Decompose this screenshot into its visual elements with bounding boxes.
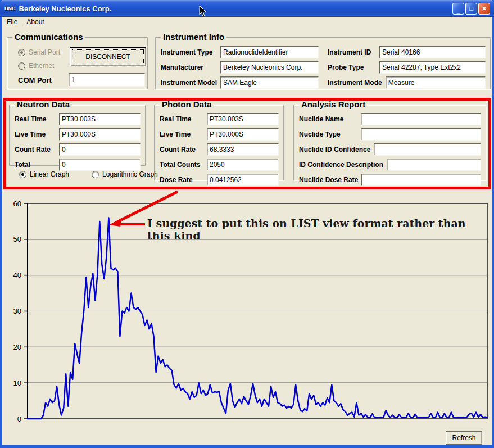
neutron-count-rate-row: Count Rate 0: [15, 143, 141, 156]
y-tick-label: 40: [13, 271, 21, 279]
nuclide-type-label: Nuclide Type: [299, 130, 357, 138]
communications-caption: Communications: [12, 32, 85, 42]
menu-about[interactable]: About: [22, 17, 48, 26]
window-title: Berkeley Nucleonics Corp.: [19, 4, 112, 13]
maximize-button[interactable]: □: [465, 3, 477, 15]
radio-icon: [18, 49, 25, 56]
ethernet-label: Ethernet: [29, 62, 54, 70]
close-button[interactable]: ✕: [478, 3, 490, 15]
com-port-input[interactable]: 1: [69, 73, 145, 87]
nuclide-dose-rate-label: Nuclide Dose Rate: [299, 176, 358, 184]
manufacturer-label: Manufacturer: [161, 64, 217, 71]
instrument-model-input[interactable]: SAM Eagle: [220, 76, 319, 89]
y-tick-label: 20: [13, 343, 21, 351]
photon-live-time-label: Live Time: [160, 130, 203, 138]
logarithmic-graph-radio[interactable]: Logarithmic Graph: [92, 170, 158, 178]
probe-type-input[interactable]: Serial 42287, Type Ext2x2: [379, 61, 486, 74]
logarithmic-graph-label: Logarithmic Graph: [102, 170, 158, 178]
nuclide-type-input[interactable]: [361, 128, 481, 141]
photon-real-time-input[interactable]: PT30.003S: [207, 113, 279, 125]
photon-dose-rate-row: Dose Rate 0.0412562: [160, 174, 279, 186]
radio-icon: [19, 171, 26, 178]
refresh-button-label: Refresh: [452, 434, 475, 442]
neutron-count-rate-label: Count Rate: [15, 146, 56, 153]
instrument-type-input[interactable]: RadionuclideIdentifier: [220, 46, 319, 58]
neutron-count-rate-input[interactable]: 0: [59, 143, 141, 156]
y-tick-label: 60: [13, 200, 21, 208]
probe-type-label: Probe Type: [328, 64, 376, 71]
neutron-total-input[interactable]: 0: [59, 159, 141, 171]
photon-total-counts-input[interactable]: 2050: [207, 159, 279, 171]
photon-count-rate-input[interactable]: 68.3333: [207, 143, 279, 156]
photon-count-rate-label: Count Rate: [160, 146, 203, 153]
neutron-total-row: Total 0: [15, 159, 141, 171]
instrument-type-row: Instrument Type RadionuclideIdentifier: [161, 46, 319, 58]
minimize-icon: _: [456, 7, 460, 14]
instrument-id-label: Instrument ID: [328, 48, 376, 56]
com-port-label: COM Port: [18, 76, 65, 84]
disconnect-button-label: DISCONNECT: [85, 53, 130, 61]
disconnect-button[interactable]: DISCONNECT: [70, 47, 146, 66]
photon-live-time-input[interactable]: PT30.000S: [207, 128, 279, 141]
neutron-real-time-input[interactable]: PT30.003S: [59, 113, 141, 125]
nuclide-name-row: Nuclide Name: [299, 113, 481, 125]
linear-graph-radio[interactable]: Linear Graph: [19, 170, 69, 178]
photon-total-counts-row: Total Counts 2050: [160, 159, 279, 171]
neutron-live-time-row: Live Time PT30.000S: [15, 128, 141, 141]
photon-total-counts-label: Total Counts: [160, 161, 203, 169]
menu-file[interactable]: File: [2, 17, 22, 26]
title-bar[interactable]: BNC Berkeley Nucleonics Corp. _ □ ✕: [0, 0, 494, 17]
instrument-type-label: Instrument Type: [161, 48, 217, 56]
photon-dose-rate-input[interactable]: 0.0412562: [207, 174, 279, 186]
manufacturer-input[interactable]: Berkeley Nucleonics Corp.: [220, 61, 319, 74]
instrument-mode-input[interactable]: Measure: [386, 76, 486, 89]
photon-live-time-row: Live Time PT30.000S: [160, 128, 279, 141]
nuclide-type-row: Nuclide Type: [299, 128, 481, 141]
neutron-live-time-input[interactable]: PT30.000S: [59, 128, 141, 141]
nuclide-name-input[interactable]: [361, 113, 481, 125]
menu-bar: File About: [2, 17, 492, 27]
instrument-model-label: Instrument Model: [161, 79, 217, 87]
instrument-id-row: Instrument ID Serial 40166: [328, 46, 486, 58]
instrument-id-input[interactable]: Serial 40166: [379, 46, 486, 58]
analysis-report-group: Analysis Report Nuclide Name Nuclide Typ…: [293, 105, 487, 181]
annotation-text: I suggest to put this on LIST view forma…: [147, 217, 492, 242]
neutron-live-time-label: Live Time: [15, 130, 56, 138]
id-confidence-description-row: ID Confidence Description: [299, 159, 481, 171]
photon-count-rate-row: Count Rate 68.3333: [160, 143, 279, 156]
instrument-info-caption: Instrument Info: [161, 32, 226, 42]
communications-group: Communications Serial Port Ethernet DISC…: [7, 37, 148, 90]
minimize-button[interactable]: _: [452, 3, 464, 15]
nuclide-dose-rate-input[interactable]: [361, 174, 481, 186]
app-window: BNC Berkeley Nucleonics Corp. _ □ ✕ File…: [0, 0, 494, 448]
probe-type-row: Probe Type Serial 42287, Type Ext2x2: [328, 61, 486, 74]
analysis-report-caption: Analysis Report: [299, 99, 368, 109]
ethernet-radio[interactable]: Ethernet: [18, 62, 60, 70]
y-tick-label: 0: [17, 415, 21, 423]
serial-port-radio[interactable]: Serial Port: [18, 48, 60, 56]
instrument-model-row: Instrument Model SAM Eagle: [161, 76, 319, 89]
neutron-data-group: Neutron Data Real Time PT30.003S Live Ti…: [9, 105, 146, 166]
close-icon: ✕: [482, 5, 487, 12]
neutron-real-time-label: Real Time: [15, 115, 56, 123]
id-confidence-description-input[interactable]: [387, 159, 481, 171]
radio-icon: [92, 171, 99, 178]
radio-icon: [18, 62, 25, 70]
id-confidence-description-label: ID Confidence Description: [299, 161, 383, 169]
photon-dose-rate-label: Dose Rate: [160, 176, 203, 184]
photon-real-time-row: Real Time PT30.003S: [160, 113, 279, 125]
instrument-mode-label: Instrument Mode: [328, 79, 382, 87]
nuclide-id-confidence-label: Nuclide ID Confidence: [299, 146, 370, 153]
nuclide-dose-rate-row: Nuclide Dose Rate: [299, 174, 481, 186]
nuclide-name-label: Nuclide Name: [299, 115, 357, 123]
photon-real-time-label: Real Time: [160, 115, 203, 123]
spectrum-line: [28, 218, 487, 419]
nuclide-id-confidence-input[interactable]: [374, 143, 481, 156]
y-tick-label: 50: [13, 235, 21, 243]
photon-data-caption: Photon Data: [160, 99, 214, 109]
app-icon: BNC: [4, 6, 16, 11]
refresh-button[interactable]: Refresh: [446, 431, 482, 445]
neutron-total-label: Total: [15, 161, 56, 169]
y-tick-label: 10: [13, 379, 21, 387]
linear-graph-label: Linear Graph: [30, 170, 69, 178]
